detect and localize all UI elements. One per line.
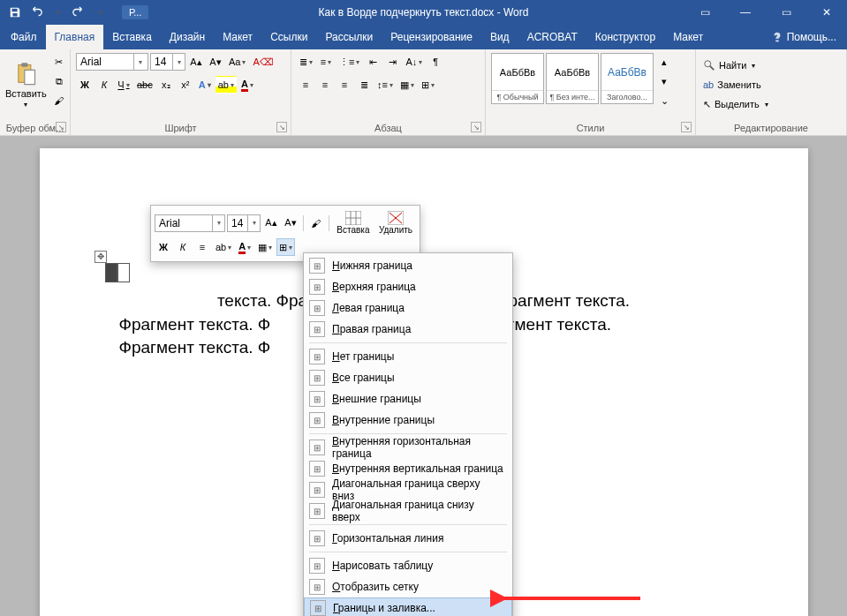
menu-item-innerh[interactable]: ⊞Внутренняя горизонтальная граница	[304, 437, 512, 458]
tab-review[interactable]: Рецензирование	[382, 25, 481, 49]
menu-item-bottom[interactable]: ⊞Нижняя граница	[304, 255, 512, 276]
table-move-handle-icon[interactable]: ✥	[95, 251, 107, 263]
justify-icon[interactable]: ≣	[355, 76, 373, 94]
numbering-icon[interactable]: ≡	[317, 53, 335, 71]
align-center-icon[interactable]: ≡	[316, 76, 334, 94]
close-icon[interactable]: ✕	[806, 0, 847, 25]
chevron-down-icon[interactable]: ▾	[247, 215, 260, 231]
shrink-font-icon[interactable]: A▾	[207, 53, 224, 71]
ribbon-display-options-icon[interactable]: ▭	[684, 0, 725, 25]
mini-highlight-icon[interactable]: ab	[213, 238, 234, 256]
font-color-icon[interactable]: A	[238, 76, 256, 94]
mini-italic-button[interactable]: К	[174, 238, 192, 256]
minimize-icon[interactable]: —	[725, 0, 766, 25]
font-family-combo[interactable]: ▾	[76, 53, 148, 71]
menu-item-hline[interactable]: ⊞Горизонтальная линия	[304, 528, 512, 549]
tab-view[interactable]: Вид	[481, 25, 518, 49]
menu-item-left[interactable]: ⊞Левая граница	[304, 297, 512, 319]
style-heading1[interactable]: АаБбВв Заголово...	[601, 53, 654, 104]
paragraph-dialog-launcher-icon[interactable]: ↘	[471, 122, 481, 132]
find-button[interactable]: Найти▾	[701, 57, 841, 73]
tab-mailings[interactable]: Рассылки	[316, 25, 382, 49]
tab-layout[interactable]: Макет	[214, 25, 261, 49]
menu-item-inner[interactable]: ⊞Внутренние границы	[304, 409, 512, 431]
font-size-input[interactable]	[151, 54, 172, 70]
font-family-input[interactable]	[77, 54, 133, 70]
menu-item-grid[interactable]: ⊞Отобразить сетку	[304, 576, 512, 597]
mini-insert-button[interactable]: Вставка	[333, 209, 374, 237]
menu-item-diagd[interactable]: ⊞Диагональная граница сверху вниз	[304, 479, 512, 500]
styles-scroll-down-icon[interactable]: ▾	[655, 72, 673, 90]
menu-item-diagu[interactable]: ⊞Диагональная граница снизу вверх	[304, 500, 512, 522]
tab-acrobat[interactable]: ACROBAT	[518, 25, 586, 49]
maximize-icon[interactable]: ▭	[766, 0, 806, 25]
undo-dropdown-icon[interactable]	[48, 3, 67, 22]
show-marks-icon[interactable]: ¶	[427, 53, 444, 71]
mini-font-color-icon[interactable]: A	[236, 238, 253, 256]
multilevel-list-icon[interactable]: ⋮≡	[337, 53, 362, 71]
mini-font-family-input[interactable]	[155, 215, 212, 231]
font-size-combo[interactable]: ▾	[150, 53, 185, 71]
mini-shrink-font-icon[interactable]: A▾	[282, 214, 299, 232]
menu-item-outer[interactable]: ⊞Внешние границы	[304, 388, 512, 409]
mini-borders-button[interactable]: ⊞	[276, 238, 295, 256]
mini-align-icon[interactable]: ≡	[193, 238, 211, 256]
decrease-indent-icon[interactable]: ⇤	[364, 53, 382, 71]
grow-font-icon[interactable]: A▴	[187, 53, 205, 71]
clear-formatting-icon[interactable]: A⌫	[250, 53, 276, 71]
shading-icon[interactable]: ▦	[397, 76, 417, 94]
tab-layout2[interactable]: Макет	[664, 25, 712, 49]
menu-item-top[interactable]: ⊞Верхняя граница	[304, 276, 512, 297]
italic-button[interactable]: К	[95, 76, 113, 94]
tab-references[interactable]: Ссылки	[261, 25, 316, 49]
mini-bold-button[interactable]: Ж	[155, 238, 172, 256]
menu-item-innerv[interactable]: ⊞Внутренняя вертикальная граница	[304, 458, 512, 479]
cut-icon[interactable]: ✂	[50, 53, 68, 71]
mini-font-size[interactable]: ▾	[227, 214, 261, 232]
chevron-down-icon[interactable]: ▾	[172, 54, 185, 70]
styles-more-icon[interactable]: ⌄	[655, 92, 673, 109]
menu-item-draw[interactable]: ⊞Нарисовать таблицу	[304, 555, 512, 576]
superscript-button[interactable]: x²	[177, 76, 194, 94]
line-spacing-icon[interactable]: ↕≡	[374, 76, 396, 94]
mini-font-family[interactable]: ▾	[155, 214, 225, 232]
select-button[interactable]: ↖ Выделить▾	[701, 96, 841, 112]
menu-item-dialog[interactable]: ⊞Границы и заливка...	[304, 597, 512, 616]
menu-item-all[interactable]: ⊞Все границы	[304, 367, 512, 388]
mini-format-painter-icon[interactable]: 🖌	[307, 214, 325, 232]
chevron-down-icon[interactable]: ▾	[133, 54, 146, 70]
menu-item-none[interactable]: ⊞Нет границы	[304, 346, 512, 367]
styles-dialog-launcher-icon[interactable]: ↘	[681, 122, 692, 132]
tab-file[interactable]: Файл	[2, 25, 46, 49]
styles-scroll-up-icon[interactable]: ▴	[655, 53, 673, 71]
table-selection[interactable]	[105, 263, 130, 282]
underline-button[interactable]: Ч	[115, 76, 132, 94]
tab-constructor[interactable]: Конструктор	[586, 25, 664, 49]
mini-grow-font-icon[interactable]: A▴	[262, 214, 280, 232]
bold-button[interactable]: Ж	[76, 76, 94, 94]
align-right-icon[interactable]: ≡	[336, 76, 353, 94]
user-badge[interactable]: Р...	[122, 5, 148, 19]
text-effects-icon[interactable]: A	[196, 76, 214, 94]
font-dialog-launcher-icon[interactable]: ↘	[276, 122, 287, 132]
increase-indent-icon[interactable]: ⇥	[383, 53, 401, 71]
borders-icon[interactable]: ⊞	[419, 76, 437, 94]
tab-home[interactable]: Главная	[46, 25, 104, 49]
sort-icon[interactable]: A↓	[403, 53, 425, 71]
strikethrough-button[interactable]: abc	[134, 76, 155, 94]
qat-customize-icon[interactable]	[90, 3, 110, 22]
save-icon[interactable]	[5, 3, 25, 22]
tell-me[interactable]: Помощь...	[760, 25, 847, 49]
mini-font-size-input[interactable]	[228, 215, 247, 231]
clipboard-dialog-launcher-icon[interactable]: ↘	[56, 122, 66, 132]
bullets-icon[interactable]: ≣	[297, 53, 315, 71]
highlight-icon[interactable]: ab	[216, 76, 237, 94]
change-case-icon[interactable]: Aa	[226, 53, 248, 71]
tab-design[interactable]: Дизайн	[161, 25, 214, 49]
replace-button[interactable]: ab Заменить	[701, 77, 841, 93]
menu-item-right[interactable]: ⊞Правая граница	[304, 319, 512, 340]
subscript-button[interactable]: x₂	[157, 76, 175, 94]
align-left-icon[interactable]: ≡	[297, 76, 314, 94]
copy-icon[interactable]: ⧉	[50, 72, 68, 90]
paste-button[interactable]: Вставить ▾	[5, 53, 47, 116]
